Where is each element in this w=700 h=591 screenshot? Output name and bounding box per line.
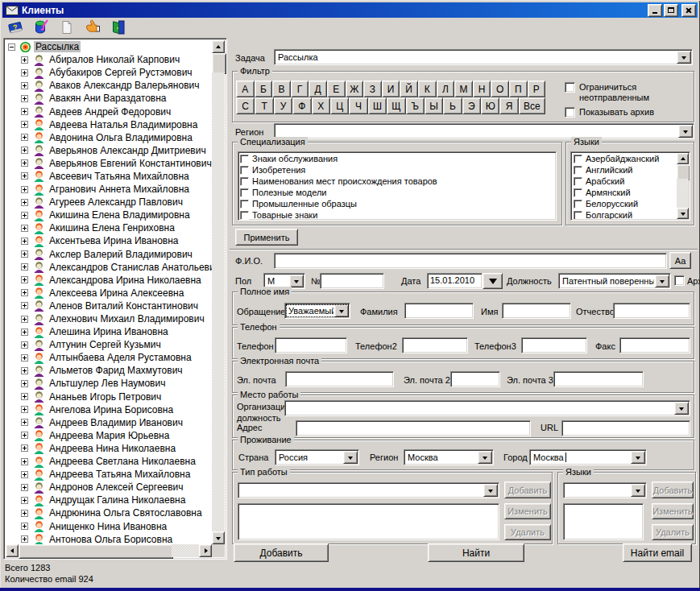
hand-icon[interactable] [83, 19, 102, 36]
language-checkbox[interactable] [574, 200, 582, 209]
expand-plus-icon[interactable] [21, 535, 28, 543]
organization-select[interactable] [284, 400, 690, 416]
specialization-checkbox[interactable] [240, 155, 249, 163]
language-option[interactable]: Азербайджанский [572, 153, 677, 164]
add-client-button[interactable]: Добавить [234, 543, 329, 562]
language-option[interactable]: Болгарский [572, 209, 677, 219]
letter-filter-button[interactable]: Т [255, 97, 273, 114]
tree-item[interactable]: Акслер Валерий Владимирович [6, 248, 212, 261]
scroll-down-button[interactable] [212, 531, 225, 544]
expand-plus-icon[interactable] [21, 444, 28, 452]
phone1-input[interactable] [275, 337, 347, 353]
specialization-checkbox[interactable] [240, 188, 249, 197]
tree-root-item[interactable]: Рассылка [6, 40, 212, 53]
tree-item[interactable]: Андрюнина Ольга Святославовна [6, 506, 212, 519]
specialization-option[interactable]: Промышленные образцы [238, 198, 556, 209]
expand-plus-icon[interactable] [21, 263, 28, 271]
tree-item[interactable]: Авдеева Наталья Владимировна [6, 118, 212, 131]
expand-plus-icon[interactable] [21, 484, 28, 491]
number-input[interactable] [320, 273, 384, 289]
tree-item[interactable]: Акишина Елена Генриховна [6, 221, 212, 234]
language-option[interactable]: Армянский [572, 187, 677, 198]
tree-item[interactable]: Анищенко Нина Ивановна [6, 519, 212, 532]
expand-plus-icon[interactable] [21, 302, 28, 309]
show-archive-checkbox[interactable] [565, 107, 575, 118]
language-checkbox[interactable] [574, 166, 582, 175]
database-export-icon[interactable] [31, 19, 51, 36]
expand-plus-icon[interactable] [21, 341, 28, 349]
tree-item[interactable]: Александров Станислав Анатольевич [6, 261, 212, 274]
expand-plus-icon[interactable] [21, 172, 28, 180]
vertical-scroll-thumb[interactable] [677, 164, 690, 180]
letter-filter-button[interactable]: С [236, 97, 255, 114]
tree-item[interactable]: Аленов Виталий Константинович [6, 300, 212, 312]
dropdown-arrow-icon[interactable] [289, 275, 304, 287]
expand-plus-icon[interactable] [21, 471, 28, 478]
letter-filter-button[interactable]: В [272, 81, 291, 97]
patronymic-input[interactable] [613, 303, 690, 319]
dropdown-arrow-icon[interactable] [483, 484, 498, 497]
region-filter-select[interactable] [274, 123, 694, 139]
tree-item[interactable]: Акишина Елена Владимировна [6, 209, 212, 221]
email1-input[interactable] [285, 371, 394, 387]
letter-filter-button[interactable]: И [382, 81, 400, 97]
email3-input[interactable] [553, 371, 644, 387]
client-language-select[interactable] [563, 482, 647, 498]
tree-item[interactable]: Альтшулер Лев Наумович [6, 377, 212, 390]
scroll-right-button[interactable] [199, 544, 212, 557]
letter-filter-button[interactable]: Я [499, 97, 518, 114]
tree-item[interactable]: Алешина Ирина Ивановна [6, 325, 212, 338]
specialization-option[interactable]: Полезные модели [238, 187, 556, 198]
expand-plus-icon[interactable] [21, 238, 28, 245]
scroll-left-button[interactable] [6, 544, 19, 557]
case-toggle-button[interactable]: Аа [669, 252, 691, 269]
tree-item[interactable]: Андреева Татьяна Михайловна [6, 468, 212, 481]
country-select[interactable]: Россия [275, 449, 359, 465]
phone2-input[interactable] [402, 337, 468, 353]
tree-item[interactable]: Александрова Ирина Николаевна [6, 274, 212, 287]
dropdown-arrow-icon[interactable] [343, 451, 358, 464]
tree-item[interactable]: Аксентьева Ирина Ивановна [6, 234, 212, 247]
salutation-select[interactable]: Уважаемый [284, 303, 350, 319]
city-select[interactable]: Москва [529, 449, 647, 465]
letter-filter-button[interactable]: Ъ [406, 97, 425, 114]
dropdown-arrow-icon[interactable] [334, 304, 349, 317]
letter-filter-button[interactable]: К [418, 81, 437, 97]
expand-plus-icon[interactable] [21, 497, 28, 504]
expand-plus-icon[interactable] [21, 69, 28, 76]
expand-plus-icon[interactable] [21, 121, 28, 128]
client-language-list[interactable] [563, 503, 644, 540]
letter-filter-button[interactable]: З [363, 81, 382, 97]
apply-button[interactable]: Применить [235, 229, 298, 246]
specialization-option[interactable]: Наименования мест происхождения товаров [238, 176, 556, 187]
expand-plus-icon[interactable] [21, 458, 28, 465]
tree-item[interactable]: Алтынбаева Аделя Рустамовна [6, 351, 212, 364]
expand-plus-icon[interactable] [21, 523, 28, 530]
tree-item[interactable]: Аверьянов Евгений Константинович [6, 157, 212, 170]
tree-item[interactable]: Агуреев Александр Павлович [6, 196, 212, 209]
address-book-icon[interactable]: ? [6, 19, 25, 36]
dropdown-arrow-icon[interactable] [677, 51, 691, 64]
letter-filter-button[interactable]: Н [473, 81, 491, 97]
specialization-option[interactable]: Знаки обслуживания [238, 153, 556, 164]
tree-item[interactable]: Агранович Аннета Михайловна [6, 183, 212, 196]
expand-plus-icon[interactable] [21, 212, 28, 219]
expand-plus-icon[interactable] [21, 510, 28, 517]
date-dropdown-button[interactable] [483, 273, 503, 289]
expand-plus-icon[interactable] [21, 276, 28, 283]
horizontal-scroll-thumb[interactable] [19, 544, 173, 559]
tree-item[interactable]: Алехнович Михаил Владимирович [6, 312, 212, 325]
letter-filter-button[interactable]: П [509, 81, 528, 97]
tree-item[interactable]: Аваков Александр Валерьянович [6, 79, 212, 92]
specialization-checkbox[interactable] [240, 166, 249, 175]
tree-item[interactable]: Андронов Алексей Сергеевич [6, 481, 212, 494]
tree-item[interactable]: Аверьянов Александр Дмитриевич [6, 144, 212, 157]
tree-item[interactable]: Авдеев Андрей Федорович [6, 105, 212, 118]
language-option[interactable]: Английский [572, 164, 677, 176]
phone3-input[interactable] [521, 337, 587, 353]
expand-plus-icon[interactable] [21, 82, 28, 89]
minimize-button[interactable] [648, 4, 662, 17]
vertical-scroll-track[interactable] [212, 72, 225, 531]
position-select[interactable]: Патентный поверенный [558, 273, 671, 289]
letter-filter-button[interactable]: Х [312, 97, 330, 114]
